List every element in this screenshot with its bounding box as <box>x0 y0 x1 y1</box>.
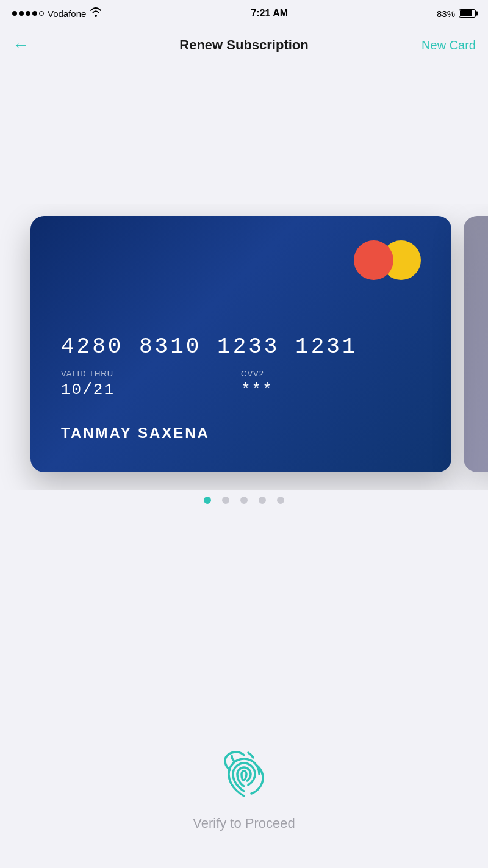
cards-wrapper: 4280 8310 1233 1231 VALID THRU 10/21 CVV… <box>30 216 488 472</box>
signal-dot-4 <box>32 11 37 16</box>
content-area: 4280 8310 1233 1231 VALID THRU 10/21 CVV… <box>0 63 488 868</box>
dot-4[interactable] <box>259 497 266 504</box>
status-bar: Vodafone 7:21 AM 83% <box>0 0 488 27</box>
signal-dot-5 <box>39 11 44 16</box>
bottom-section: Verify to Proceed <box>0 712 488 868</box>
valid-thru-label: VALID THRU <box>61 369 241 378</box>
middle-spacer <box>0 522 488 712</box>
page: Vodafone 7:21 AM 83% ← Renew Subscrip <box>0 0 488 868</box>
page-title: Renew Subscription <box>179 37 308 53</box>
card-holder-name: TANMAY SAXENA <box>61 425 210 442</box>
card-cvv-section: CVV2 *** <box>241 369 421 399</box>
status-left: Vodafone <box>12 7 102 20</box>
wifi-icon <box>90 7 102 20</box>
battery-percent: 83% <box>437 9 455 19</box>
battery-icon <box>459 9 476 18</box>
back-button[interactable]: ← <box>12 37 29 54</box>
mastercard-logo <box>354 240 421 280</box>
top-spacer <box>0 63 488 185</box>
card-details-row: VALID THRU 10/21 CVV2 *** <box>61 369 421 399</box>
dot-1[interactable] <box>204 497 211 504</box>
mc-red-circle <box>354 240 393 280</box>
dot-3[interactable] <box>240 497 248 504</box>
carousel-area: 4280 8310 1233 1231 VALID THRU 10/21 CVV… <box>0 185 488 522</box>
signal-dot-2 <box>19 11 24 16</box>
verify-label[interactable]: Verify to Proceed <box>193 816 295 831</box>
credit-card-primary[interactable]: 4280 8310 1233 1231 VALID THRU 10/21 CVV… <box>30 216 451 472</box>
dot-5[interactable] <box>277 497 284 504</box>
dot-2[interactable] <box>222 497 229 504</box>
nav-bar: ← Renew Subscription New Card <box>0 27 488 63</box>
cvv-value: *** <box>241 381 421 399</box>
carrier-name: Vodafone <box>48 9 86 19</box>
signal-dots <box>12 11 44 16</box>
card-valid-section: VALID THRU 10/21 <box>61 369 241 399</box>
card-number: 4280 8310 1233 1231 <box>61 334 357 359</box>
status-right: 83% <box>437 9 476 19</box>
cards-track: 4280 8310 1233 1231 VALID THRU 10/21 CVV… <box>0 204 488 490</box>
signal-dot-1 <box>12 11 17 16</box>
status-time: 7:21 AM <box>251 8 288 19</box>
signal-dot-3 <box>26 11 30 16</box>
credit-card-next[interactable] <box>464 216 488 472</box>
new-card-button[interactable]: New Card <box>422 38 476 52</box>
back-arrow-icon: ← <box>12 37 29 54</box>
fingerprint-icon[interactable] <box>217 748 271 803</box>
valid-thru-value: 10/21 <box>61 381 241 399</box>
cvv-label: CVV2 <box>241 369 421 378</box>
dots-indicator <box>204 497 284 504</box>
